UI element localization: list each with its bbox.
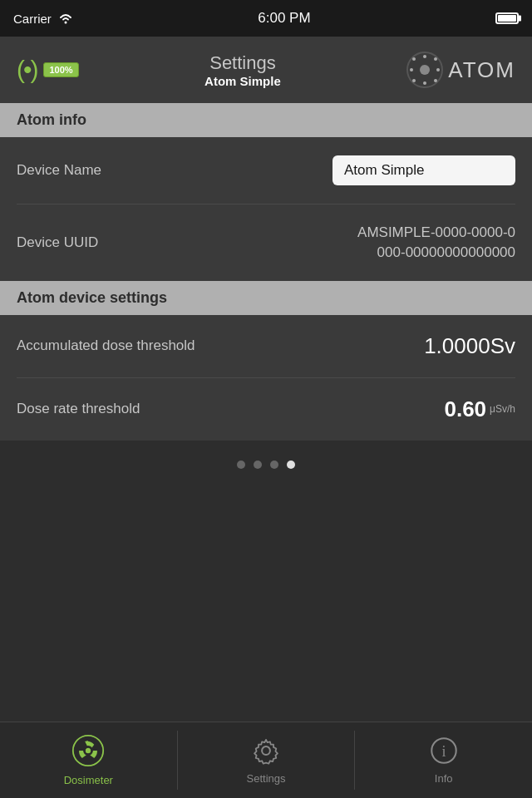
atom-device-settings-section: Accumulated dose threshold 1.0000Sv Dose… bbox=[0, 315, 532, 441]
tab-dosimeter-label: Dosimeter bbox=[64, 774, 113, 786]
radio-wave-icon: (•) bbox=[17, 56, 37, 84]
carrier-label: Carrier bbox=[13, 12, 52, 26]
dose-rate-unit: μSv/h bbox=[490, 403, 515, 415]
radiation-icon bbox=[71, 734, 105, 771]
tab-bar: Dosimeter Settings i Info bbox=[0, 722, 532, 798]
atom-logo-text: ATOM bbox=[448, 57, 515, 83]
dose-rate-row: Dose rate threshold 0.60 μSv/h bbox=[17, 378, 515, 441]
device-uuid-label: Device UUID bbox=[17, 234, 98, 251]
svg-text:i: i bbox=[441, 743, 446, 760]
device-name-label: Device Name bbox=[17, 162, 101, 179]
header-radio-area: (•) 100% bbox=[17, 56, 79, 84]
status-bar: Carrier 6:00 PM bbox=[0, 0, 532, 37]
header-subtitle: Atom Simple bbox=[204, 74, 281, 88]
status-time: 6:00 PM bbox=[258, 10, 310, 27]
atom-info-section: Device Name Atom Simple Device UUID AMSI… bbox=[0, 137, 532, 281]
status-right bbox=[495, 12, 519, 24]
dose-rate-label: Dose rate threshold bbox=[17, 401, 140, 417]
device-uuid-row: Device UUID AMSIMPLE-0000-0000-0000-0000… bbox=[17, 204, 515, 281]
accumulated-dose-main: 1.0000 bbox=[424, 333, 490, 358]
info-icon: i bbox=[429, 736, 459, 769]
battery-icon bbox=[495, 12, 519, 24]
atom-spinner-icon bbox=[406, 52, 443, 88]
tab-info[interactable]: i Info bbox=[355, 722, 532, 798]
gear-icon bbox=[251, 736, 281, 769]
svg-point-4 bbox=[86, 748, 91, 752]
status-left: Carrier bbox=[13, 12, 73, 26]
accumulated-dose-label: Accumulated dose threshold bbox=[17, 337, 195, 354]
tab-settings[interactable]: Settings bbox=[178, 722, 355, 798]
page-dot-1 bbox=[237, 461, 245, 469]
page-dots bbox=[0, 441, 532, 489]
wifi-icon bbox=[58, 12, 73, 24]
device-name-row: Device Name Atom Simple bbox=[17, 137, 515, 204]
page-dot-2 bbox=[254, 461, 262, 469]
device-uuid-value: AMSIMPLE-0000-0000-0000-00000000000000 bbox=[357, 223, 515, 263]
atom-logo: ATOM bbox=[406, 52, 515, 88]
battery-badge: 100% bbox=[43, 62, 78, 77]
device-name-value-box: Atom Simple bbox=[332, 155, 515, 185]
tab-dosimeter[interactable]: Dosimeter bbox=[0, 722, 177, 798]
page-dot-4 bbox=[287, 461, 295, 469]
page-dot-3 bbox=[270, 461, 278, 469]
svg-point-0 bbox=[64, 22, 66, 24]
dose-rate-main: 0.60 bbox=[444, 397, 486, 422]
tab-info-label: Info bbox=[435, 772, 453, 785]
atom-device-settings-header: Atom device settings bbox=[0, 281, 532, 315]
dose-rate-value-area: 0.60 μSv/h bbox=[444, 397, 515, 422]
atom-info-header: Atom info bbox=[0, 103, 532, 137]
svg-point-5 bbox=[262, 746, 270, 755]
header-title: Settings Atom Simple bbox=[204, 52, 281, 88]
device-name-value: Atom Simple bbox=[344, 162, 424, 178]
header-settings-label: Settings bbox=[204, 52, 281, 74]
accumulated-dose-value: 1.0000Sv bbox=[424, 333, 515, 359]
header: (•) 100% Settings Atom Simple ATOM bbox=[0, 37, 532, 103]
accumulated-dose-unit: Sv bbox=[490, 333, 515, 358]
accumulated-dose-row: Accumulated dose threshold 1.0000Sv bbox=[17, 315, 515, 378]
tab-settings-label: Settings bbox=[247, 772, 286, 785]
